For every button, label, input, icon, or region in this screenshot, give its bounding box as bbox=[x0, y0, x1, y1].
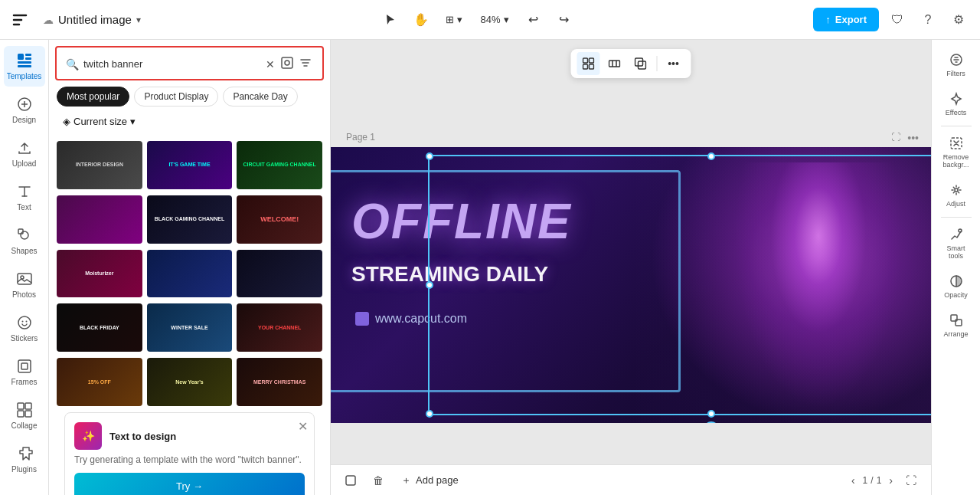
sidebar-upload-label: Upload bbox=[12, 159, 37, 168]
canvas-tool-grid-button[interactable] bbox=[577, 52, 600, 75]
template-thumb-4[interactable] bbox=[57, 195, 142, 244]
sidebar-item-upload[interactable]: Upload bbox=[4, 133, 45, 174]
export-icon: ↑ bbox=[825, 14, 831, 25]
right-item-adjust[interactable]: Adjust bbox=[934, 176, 978, 214]
current-size-button[interactable]: ◈ Current size ▾ bbox=[57, 113, 142, 130]
svg-rect-15 bbox=[18, 403, 24, 409]
sidebar-item-text[interactable]: Text bbox=[4, 177, 45, 218]
right-item-opacity[interactable]: Opacity bbox=[934, 267, 978, 305]
svg-point-32 bbox=[959, 229, 962, 232]
svg-rect-25 bbox=[609, 61, 620, 67]
template-thumb-3[interactable]: CIRCUIT GAMING CHANNEL bbox=[237, 141, 322, 189]
clear-search-button[interactable]: ✕ bbox=[264, 57, 276, 72]
size-filter-label: Current size bbox=[74, 116, 127, 127]
canvas-wrapper: OFFLINE STREAMING DAILY www.capcut.com bbox=[331, 147, 931, 423]
text-to-design-try-button[interactable]: Try → bbox=[74, 473, 305, 495]
filter-tabs: Most popular Product Display Pancake Day bbox=[49, 87, 330, 113]
svg-rect-13 bbox=[18, 360, 31, 372]
prev-page-button[interactable]: ‹ bbox=[850, 473, 857, 488]
fullscreen-button[interactable]: ⛶ bbox=[900, 470, 922, 491]
icon-sidebar: Templates Design Upload Text Shapes Phot… bbox=[0, 40, 49, 495]
zoom-selector[interactable]: 84% ▾ bbox=[475, 11, 515, 28]
streaming-subheading: STREAMING DAILY bbox=[351, 262, 548, 287]
svg-rect-22 bbox=[590, 58, 594, 63]
help-icon-button[interactable]: ? bbox=[916, 8, 940, 32]
page-more-button[interactable]: ••• bbox=[907, 132, 919, 144]
next-page-button[interactable]: › bbox=[887, 473, 894, 488]
template-thumb-14[interactable]: New Year's bbox=[147, 358, 233, 406]
template-thumb-11[interactable]: WINTER SALE bbox=[147, 303, 233, 352]
sidebar-design-label: Design bbox=[12, 116, 36, 124]
sidebar-item-templates[interactable]: Templates bbox=[4, 46, 45, 87]
canvas-expand-button[interactable]: ⛶ bbox=[891, 132, 900, 143]
text-to-design-panel: ✕ ✨ Text to design Try generating a temp… bbox=[64, 412, 315, 495]
svg-point-12 bbox=[25, 321, 27, 323]
right-item-arrange[interactable]: Arrange bbox=[934, 307, 978, 344]
sidebar-stickers-label: Stickers bbox=[11, 334, 38, 343]
filter-tab-most-popular[interactable]: Most popular bbox=[57, 87, 129, 107]
svg-rect-8 bbox=[18, 274, 31, 284]
right-item-smart-tools[interactable]: Smarttools bbox=[934, 221, 978, 266]
topbar-center: ✋ ⊞ ▾ 84% ▾ ↩ ↪ bbox=[147, 8, 807, 32]
redo-button[interactable]: ↪ bbox=[552, 8, 577, 32]
template-thumb-8[interactable] bbox=[147, 250, 233, 298]
canvas-main[interactable]: OFFLINE STREAMING DAILY www.capcut.com bbox=[331, 147, 931, 423]
template-thumb-10[interactable]: BLACK FRIDAY bbox=[57, 303, 142, 352]
right-item-effects[interactable]: Effects bbox=[934, 85, 978, 123]
sidebar-templates-label: Templates bbox=[7, 72, 42, 80]
view-icon: ⊞ bbox=[446, 14, 454, 25]
sidebar-item-shapes[interactable]: Shapes bbox=[4, 221, 45, 261]
canvas-tool-more-button[interactable]: ••• bbox=[662, 52, 685, 75]
export-label: Export bbox=[835, 14, 867, 25]
resize-handle-tl[interactable] bbox=[426, 152, 433, 160]
canvas-tool-overlap-button[interactable] bbox=[629, 52, 652, 75]
template-thumb-13[interactable]: 15% OFF bbox=[57, 358, 142, 406]
sidebar-item-plugins[interactable]: Plugins bbox=[4, 439, 45, 480]
template-thumb-6[interactable]: WELCOME! bbox=[237, 195, 322, 244]
right-arrange-label: Arrange bbox=[943, 330, 968, 338]
sidebar-item-design[interactable]: Design bbox=[4, 90, 45, 130]
offline-heading: OFFLINE bbox=[351, 193, 572, 250]
title-chevron-icon[interactable]: ▾ bbox=[136, 15, 141, 25]
right-divider-2 bbox=[941, 217, 972, 218]
logo-icon[interactable] bbox=[9, 9, 31, 31]
template-thumb-9[interactable] bbox=[237, 250, 322, 298]
template-thumb-2[interactable]: IT'S GAME TIME bbox=[147, 141, 233, 189]
sidebar-item-photos[interactable]: Photos bbox=[4, 264, 45, 305]
redo-icon: ↪ bbox=[559, 12, 569, 27]
templates-panel: 🔍 twitch banner ✕ Most popular Product D… bbox=[49, 40, 331, 495]
sidebar-item-frames[interactable]: Frames bbox=[4, 352, 45, 392]
export-button[interactable]: ↑ Export bbox=[813, 8, 879, 31]
template-thumb-12[interactable]: YOUR CHANNEL bbox=[237, 303, 322, 352]
view-mode-selector[interactable]: ⊞ ▾ bbox=[439, 11, 469, 28]
right-item-filters[interactable]: Filters bbox=[934, 46, 978, 84]
search-input[interactable]: twitch banner bbox=[83, 58, 260, 70]
page-thumbnail-button[interactable] bbox=[340, 470, 361, 491]
sidebar-collapse-button[interactable] bbox=[4, 486, 45, 495]
right-smart-tools-label: Smarttools bbox=[946, 244, 965, 260]
hand-tool-button[interactable]: ✋ bbox=[409, 8, 433, 32]
select-tool-button[interactable] bbox=[378, 8, 403, 32]
template-thumb-15[interactable]: MERRY CHRISTMAS bbox=[237, 358, 322, 406]
sidebar-item-collage[interactable]: Collage bbox=[4, 395, 45, 436]
right-sidebar: Filters Effects Removebackgr... Adjust S… bbox=[931, 40, 980, 495]
template-thumb-1[interactable]: INTERIOR DESIGN bbox=[57, 141, 142, 189]
undo-button[interactable]: ↩ bbox=[521, 8, 546, 32]
add-page-button[interactable]: ＋ Add page bbox=[395, 470, 465, 490]
right-item-remove-bg[interactable]: Removebackgr... bbox=[934, 129, 978, 175]
settings-icon-button[interactable]: ⚙ bbox=[946, 8, 971, 32]
template-thumb-5[interactable]: BLACK GAMING CHANNEL bbox=[147, 195, 233, 244]
filter-tab-pancake-day[interactable]: Pancake Day bbox=[223, 87, 297, 107]
template-thumb-7[interactable]: Moisturizer bbox=[57, 250, 142, 298]
filter-button[interactable] bbox=[298, 55, 313, 73]
svg-rect-21 bbox=[583, 58, 588, 63]
resize-handle-bl[interactable] bbox=[426, 410, 433, 418]
visual-search-button[interactable] bbox=[279, 55, 295, 73]
text-to-design-close-button[interactable]: ✕ bbox=[298, 419, 308, 434]
shield-icon-button[interactable]: 🛡 bbox=[885, 8, 910, 32]
svg-rect-2 bbox=[25, 57, 31, 60]
delete-page-button[interactable]: 🗑 bbox=[368, 470, 389, 491]
filter-tab-product-display[interactable]: Product Display bbox=[134, 87, 218, 107]
canvas-tool-4grid-button[interactable] bbox=[603, 52, 626, 75]
sidebar-item-stickers[interactable]: Stickers bbox=[4, 308, 45, 349]
